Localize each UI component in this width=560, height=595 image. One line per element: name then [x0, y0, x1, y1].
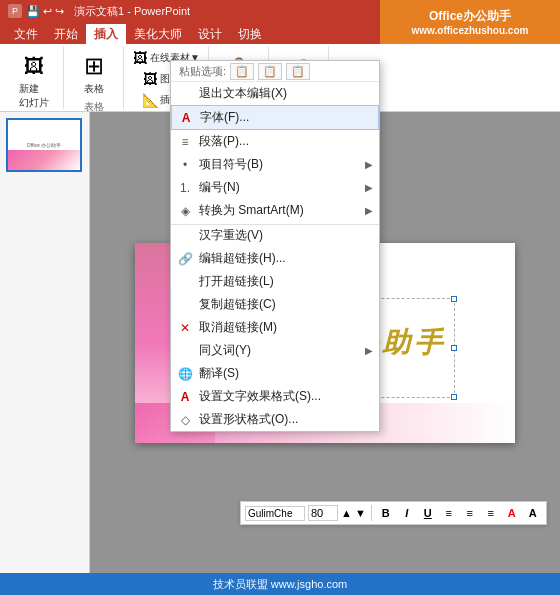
tab-home[interactable]: 开始	[46, 24, 86, 44]
paragraph-item[interactable]: ≡ 段落(P)...	[171, 130, 379, 153]
quick-access-toolbar: 💾 ↩ ↪	[26, 5, 64, 18]
slide-panel: Office 办公助手	[0, 112, 90, 573]
image-icon: 🖼	[142, 71, 158, 87]
smartart-label: 转换为 SmartArt(M)	[199, 202, 304, 219]
paragraph-label: 段落(P)...	[199, 133, 249, 150]
copy-hyperlink-item[interactable]: 复制超链接(C)	[171, 293, 379, 316]
separator	[371, 505, 372, 521]
new-slide-label: 新建幻灯片	[19, 82, 49, 110]
translate-icon: 🌐	[177, 367, 193, 381]
shape-format-item[interactable]: ◇ 设置形状格式(O)...	[171, 408, 379, 431]
bottom-logo-bar: 技术员联盟 www.jsgho.com	[0, 573, 560, 595]
bullets-icon: •	[177, 158, 193, 172]
title-bar: P 💾 ↩ ↪ 演示文稿1 - PowerPoint Office办公助手 ww…	[0, 0, 560, 22]
numbering-label: 编号(N)	[199, 179, 240, 196]
resize-handle-br[interactable]	[451, 394, 457, 400]
ribbon-group-table: ⊞ 表格 表格	[64, 46, 124, 109]
numbering-icon: 1.	[177, 181, 193, 195]
illustration-icon: 📐	[142, 92, 158, 108]
format-toolbar: ▲ ▼ B I U ≡ ≡ ≡ A A	[240, 501, 547, 525]
underline-button[interactable]: U	[419, 504, 437, 522]
align-left-button[interactable]: ≡	[440, 504, 458, 522]
undo-icon[interactable]: ↩	[43, 5, 52, 18]
hanzi-reselect-item[interactable]: 汉字重选(V)	[171, 224, 379, 247]
font-highlight-button[interactable]: A	[524, 504, 542, 522]
slide-thumb-text: Office 办公助手	[27, 142, 61, 148]
font-icon: A	[178, 111, 194, 125]
remove-hyperlink-icon: ✕	[177, 321, 193, 335]
synonym-item[interactable]: 同义词(Y) ▶	[171, 339, 379, 362]
bold-button[interactable]: B	[377, 504, 395, 522]
copy-hyperlink-label: 复制超链接(C)	[199, 296, 276, 313]
edit-hyperlink-item[interactable]: 🔗 编辑超链接(H)...	[171, 247, 379, 270]
resize-handle-mr[interactable]	[451, 345, 457, 351]
align-right-button[interactable]: ≡	[482, 504, 500, 522]
slide-thumbnail[interactable]: Office 办公助手	[6, 118, 82, 172]
synonym-arrow: ▶	[365, 345, 373, 356]
numbering-arrow: ▶	[365, 182, 373, 193]
helper-url: www.officezhushou.com	[412, 25, 529, 36]
paste-btn-3[interactable]: 📋	[286, 63, 310, 80]
bottom-logo-text: 技术员联盟 www.jsgho.com	[213, 577, 347, 592]
paste-btn-1[interactable]: 📋	[230, 63, 254, 80]
shape-format-label: 设置形状格式(O)...	[199, 411, 298, 428]
table-icon: ⊞	[78, 50, 110, 82]
text-effect-label: 设置文字效果格式(S)...	[199, 388, 321, 405]
paste-options-section: 粘贴选项: 📋 📋 📋	[171, 61, 379, 82]
remove-hyperlink-item[interactable]: ✕ 取消超链接(M)	[171, 316, 379, 339]
open-hyperlink-label: 打开超链接(L)	[199, 273, 274, 290]
font-color-button[interactable]: A	[503, 504, 521, 522]
shape-format-icon: ◇	[177, 413, 193, 427]
tab-design[interactable]: 设计	[190, 24, 230, 44]
bullets-label: 项目符号(B)	[199, 156, 263, 173]
redo-icon[interactable]: ↪	[55, 5, 64, 18]
smartart-item[interactable]: ◈ 转换为 SmartArt(M) ▶	[171, 199, 379, 222]
office-helper-bar[interactable]: Office办公助手 www.officezhushou.com	[380, 0, 560, 44]
helper-title: Office办公助手	[429, 8, 511, 25]
remove-hyperlink-label: 取消超链接(M)	[199, 319, 277, 336]
ribbon-group-slides: 🖼 新建幻灯片 幻灯片	[4, 46, 64, 109]
font-size-input[interactable]	[308, 505, 338, 521]
text-effect-item[interactable]: A 设置文字效果格式(S)...	[171, 385, 379, 408]
new-slide-button[interactable]: 🖼 新建幻灯片	[16, 48, 52, 112]
translate-label: 翻译(S)	[199, 365, 239, 382]
exit-edit-item[interactable]: 退出文本编辑(X)	[171, 82, 379, 105]
tab-file[interactable]: 文件	[6, 24, 46, 44]
decrease-font-icon[interactable]: ▼	[355, 507, 366, 519]
powerpoint-icon: P	[8, 4, 22, 18]
paragraph-icon: ≡	[177, 135, 193, 149]
bullets-item[interactable]: • 项目符号(B) ▶	[171, 153, 379, 176]
font-item[interactable]: A 字体(F)...	[171, 105, 379, 130]
edit-hyperlink-label: 编辑超链接(H)...	[199, 250, 286, 267]
font-label: 字体(F)...	[200, 109, 249, 126]
open-hyperlink-item[interactable]: 打开超链接(L)	[171, 270, 379, 293]
translate-item[interactable]: 🌐 翻译(S)	[171, 362, 379, 385]
paste-label: 粘贴选项:	[179, 64, 226, 79]
table-button[interactable]: ⊞ 表格	[76, 48, 112, 98]
font-select[interactable]	[245, 506, 305, 521]
italic-button[interactable]: I	[398, 504, 416, 522]
tab-beautify[interactable]: 美化大师	[126, 24, 190, 44]
align-center-button[interactable]: ≡	[461, 504, 479, 522]
context-menu: 粘贴选项: 📋 📋 📋 退出文本编辑(X) A 字体(F)... ≡ 段落(P)…	[170, 60, 380, 432]
title-bar-left: P 💾 ↩ ↪ 演示文稿1 - PowerPoint	[8, 4, 190, 19]
slide-thumb-bg	[8, 150, 80, 170]
exit-edit-label: 退出文本编辑(X)	[199, 85, 287, 102]
paste-btn-2[interactable]: 📋	[258, 63, 282, 80]
title-text: 演示文稿1 - PowerPoint	[74, 4, 190, 19]
synonym-label: 同义词(Y)	[199, 342, 251, 359]
smartart-icon: ◈	[177, 204, 193, 218]
numbering-item[interactable]: 1. 编号(N) ▶	[171, 176, 379, 199]
bullets-arrow: ▶	[365, 159, 373, 170]
online-material-icon: 🖼	[132, 50, 148, 66]
new-slide-icon: 🖼	[18, 50, 50, 82]
table-label: 表格	[84, 82, 104, 96]
hanzi-label: 汉字重选(V)	[199, 227, 263, 244]
smartart-arrow: ▶	[365, 205, 373, 216]
tab-insert[interactable]: 插入	[86, 24, 126, 44]
edit-hyperlink-icon: 🔗	[177, 252, 193, 266]
save-icon[interactable]: 💾	[26, 5, 40, 18]
tab-transition[interactable]: 切换	[230, 24, 270, 44]
resize-handle-tr[interactable]	[451, 296, 457, 302]
increase-font-icon[interactable]: ▲	[341, 507, 352, 519]
